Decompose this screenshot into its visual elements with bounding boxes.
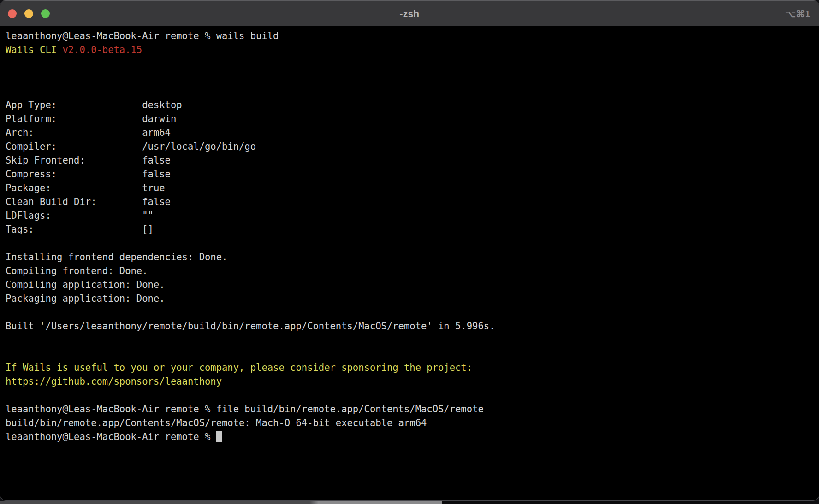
window-title: -zsh [0, 8, 819, 19]
terminal-line-compiler: Compiler: /usr/local/go/bin/go [6, 140, 819, 153]
terminal-line-blank [6, 57, 819, 70]
terminal-line-prompt-file-command: leaanthony@Leas-MacBook-Air remote % fil… [6, 402, 819, 416]
terminal-line-blank [6, 84, 819, 98]
terminal-screen[interactable]: leaanthony@Leas-MacBook-Air remote % wai… [0, 26, 819, 501]
file-command-output: build/bin/remote.app/Contents/MacOS/remo… [6, 417, 427, 428]
window-shortcut-hint: ⌥⌘1 [785, 1, 810, 26]
progress-message: Compiling application: Done. [6, 279, 165, 290]
terminal-line-active-prompt[interactable]: leaanthony@Leas-MacBook-Air remote % [6, 430, 819, 444]
terminal-line-packaging-application: Packaging application: Done. [6, 292, 819, 305]
terminal-line-platform: Platform: darwin [6, 112, 819, 126]
terminal-line-version: Wails CLI v2.0.0-beta.15 [6, 43, 819, 57]
build-info-row: Skip Frontend: false [6, 155, 171, 166]
build-info-row: Arch: arm64 [6, 127, 171, 138]
prompt-text: leaanthony@Leas-MacBook-Air remote % [6, 431, 216, 442]
terminal-line-built-result: Built '/Users/leaanthony/remote/build/bi… [6, 319, 819, 333]
built-path-message: Built '/Users/leaanthony/remote/build/bi… [6, 321, 495, 332]
terminal-line-clean-build-dir: Clean Build Dir: false [6, 195, 819, 209]
terminal-line-sponsor-url: https://github.com/sponsors/leaanthony [6, 375, 819, 388]
progress-message: Compiling frontend: Done. [6, 265, 148, 276]
build-info-row: LDFlags: "" [6, 210, 154, 221]
build-info-row: Package: true [6, 182, 165, 193]
wails-cli-label: Wails CLI [6, 44, 62, 55]
prompt-text: leaanthony@Leas-MacBook-Air remote % wai… [6, 30, 279, 41]
terminal-line-blank [6, 305, 819, 319]
terminal-line-blank [6, 236, 819, 250]
terminal-line-tags: Tags: [] [6, 223, 819, 236]
build-info-row: App Type: desktop [6, 100, 182, 111]
terminal-line-blank [6, 333, 819, 347]
terminal-line-prompt-wails-build: leaanthony@Leas-MacBook-Air remote % wai… [6, 29, 819, 43]
terminal-line-package: Package: true [6, 181, 819, 195]
prompt-text: leaanthony@Leas-MacBook-Air remote % fil… [6, 404, 484, 415]
close-button[interactable] [8, 9, 17, 18]
zoom-button[interactable] [41, 9, 50, 18]
window-titlebar[interactable]: -zsh ⌥⌘1 [0, 0, 819, 26]
terminal-line-compress: Compress: false [6, 167, 819, 181]
terminal-line-blank [6, 70, 819, 84]
terminal-line-skip-frontend: Skip Frontend: false [6, 153, 819, 167]
build-info-row: Compress: false [6, 169, 171, 180]
terminal-line-compiling-application: Compiling application: Done. [6, 278, 819, 292]
terminal-cursor [216, 431, 222, 442]
traffic-lights [8, 1, 50, 26]
progress-message: Packaging application: Done. [6, 293, 165, 304]
minimize-button[interactable] [24, 9, 33, 18]
sponsor-message: If Wails is useful to you or your compan… [6, 362, 472, 373]
build-info-row: Platform: darwin [6, 113, 176, 124]
terminal-line-sponsor-message: If Wails is useful to you or your compan… [6, 361, 819, 375]
background-window-edge [0, 501, 442, 504]
terminal-line-arch: Arch: arm64 [6, 126, 819, 140]
progress-message: Installing frontend dependencies: Done. [6, 252, 227, 263]
build-info-row: Tags: [] [6, 224, 154, 235]
terminal-line-blank [6, 347, 819, 361]
wails-version-label: v2.0.0-beta.15 [62, 44, 142, 55]
terminal-line-compiling-frontend: Compiling frontend: Done. [6, 264, 819, 278]
terminal-line-ldflags: LDFlags: "" [6, 209, 819, 223]
terminal-line-file-output: build/bin/remote.app/Contents/MacOS/remo… [6, 416, 819, 430]
sponsor-url[interactable]: https://github.com/sponsors/leaanthony [6, 376, 222, 387]
terminal-line-installing-deps: Installing frontend dependencies: Done. [6, 250, 819, 264]
terminal-line-app-type: App Type: desktop [6, 98, 819, 112]
build-info-row: Compiler: /usr/local/go/bin/go [6, 141, 256, 152]
terminal-window: -zsh ⌥⌘1 leaanthony@Leas-MacBook-Air rem… [0, 0, 819, 501]
terminal-line-blank [6, 388, 819, 402]
build-info-row: Clean Build Dir: false [6, 196, 171, 207]
